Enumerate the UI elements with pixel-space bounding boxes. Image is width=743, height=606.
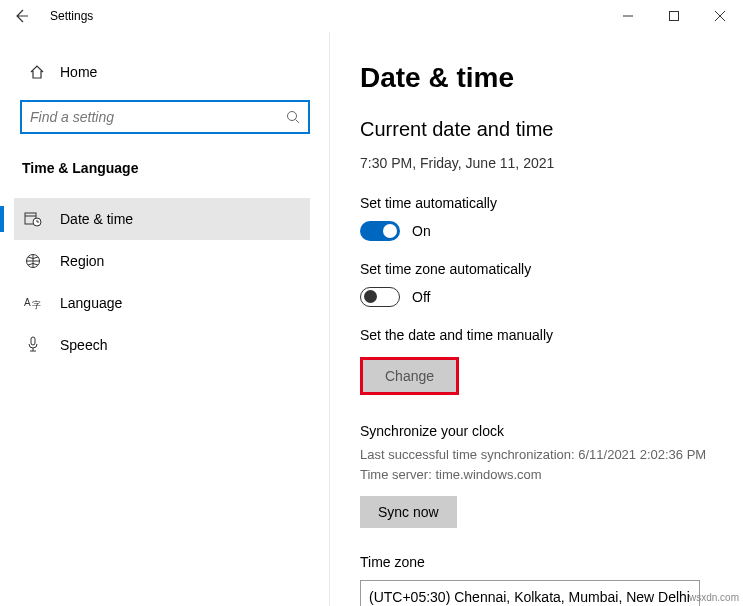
set-tz-auto-state: Off: [412, 289, 430, 305]
timezone-value: (UTC+05:30) Chennai, Kolkata, Mumbai, Ne…: [369, 589, 690, 605]
nav-label: Language: [60, 295, 122, 311]
nav-speech[interactable]: Speech: [14, 324, 310, 366]
close-icon: [715, 11, 725, 21]
sync-heading: Synchronize your clock: [360, 423, 719, 439]
section-title: Time & Language: [20, 160, 310, 176]
watermark: wsxdn.com: [689, 592, 739, 603]
nav-label: Region: [60, 253, 104, 269]
nav-language[interactable]: A字 Language: [14, 282, 310, 324]
nav-date-time[interactable]: Date & time: [14, 198, 310, 240]
nav-label: Speech: [60, 337, 107, 353]
set-time-auto-state: On: [412, 223, 431, 239]
search-icon: [286, 110, 300, 124]
manual-label: Set the date and time manually: [360, 327, 719, 343]
current-datetime: 7:30 PM, Friday, June 11, 2021: [360, 155, 719, 171]
change-button: Change: [363, 360, 456, 392]
microphone-icon: [24, 336, 42, 354]
home-icon: [28, 64, 46, 80]
globe-icon: [24, 253, 42, 269]
nav-label: Date & time: [60, 211, 133, 227]
set-time-auto-toggle[interactable]: [360, 221, 400, 241]
minimize-icon: [623, 11, 633, 21]
search-input[interactable]: [30, 109, 286, 125]
content-pane: Date & time Current date and time 7:30 P…: [330, 32, 743, 606]
home-label: Home: [60, 64, 97, 80]
home-nav[interactable]: Home: [20, 60, 310, 84]
language-icon: A字: [24, 295, 42, 311]
sync-server-value: time.windows.com: [435, 467, 541, 482]
set-tz-auto-label: Set time zone automatically: [360, 261, 719, 277]
tz-label: Time zone: [360, 554, 719, 570]
nav-region[interactable]: Region: [14, 240, 310, 282]
timezone-select[interactable]: (UTC+05:30) Chennai, Kolkata, Mumbai, Ne…: [360, 580, 700, 606]
sync-server-label: Time server:: [360, 467, 432, 482]
svg-text:A: A: [24, 297, 31, 308]
sub-heading: Current date and time: [360, 118, 719, 141]
change-highlight: Change: [360, 357, 459, 395]
close-button[interactable]: [697, 0, 743, 32]
window-title: Settings: [44, 9, 93, 23]
maximize-icon: [669, 11, 679, 21]
set-time-auto-label: Set time automatically: [360, 195, 719, 211]
sync-last-value: 6/11/2021 2:02:36 PM: [578, 447, 706, 462]
set-tz-auto-toggle[interactable]: [360, 287, 400, 307]
search-box[interactable]: [20, 100, 310, 134]
svg-rect-0: [670, 12, 679, 21]
sync-last-label: Last successful time synchronization:: [360, 447, 575, 462]
sidebar: Home Time & Language Date & time Region …: [0, 32, 330, 606]
svg-rect-7: [31, 337, 35, 345]
title-bar: Settings: [0, 0, 743, 32]
maximize-button[interactable]: [651, 0, 697, 32]
calendar-clock-icon: [24, 210, 42, 228]
sync-now-button[interactable]: Sync now: [360, 496, 457, 528]
sync-meta: Last successful time synchronization: 6/…: [360, 445, 719, 484]
sidebar-divider: [329, 32, 330, 606]
svg-point-1: [288, 112, 297, 121]
back-arrow-icon: [14, 8, 30, 24]
svg-text:字: 字: [32, 300, 41, 310]
minimize-button[interactable]: [605, 0, 651, 32]
back-button[interactable]: [0, 8, 44, 24]
page-heading: Date & time: [360, 62, 719, 94]
